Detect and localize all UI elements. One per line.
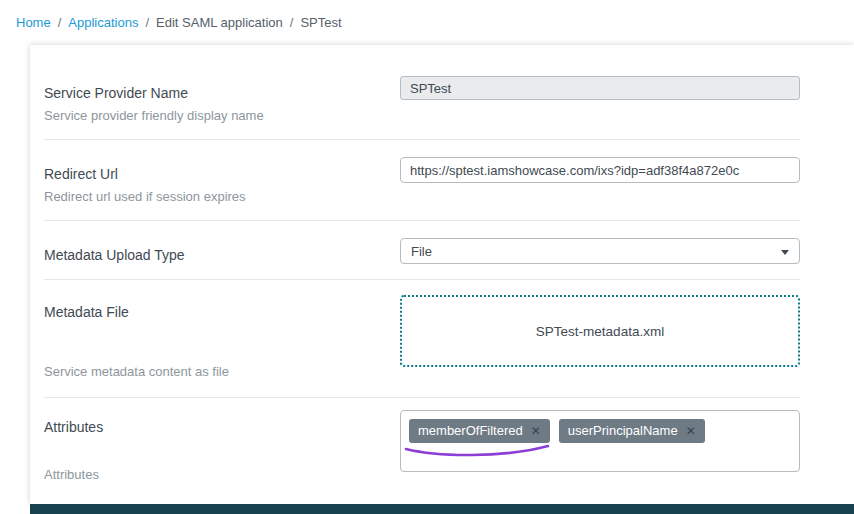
breadcrumb-separator: / [58, 15, 62, 30]
redirect-url-label: Redirect Url [44, 166, 400, 182]
breadcrumb-applications-link[interactable]: Applications [68, 15, 138, 30]
remove-chip-icon[interactable]: ✕ [686, 425, 696, 437]
attributes-label: Attributes [44, 419, 400, 435]
breadcrumb-current-page: SPTest [300, 15, 341, 30]
purple-underline-annotation [403, 443, 553, 459]
metadata-file-label: Metadata File [44, 304, 400, 320]
breadcrumb-edit-saml-application: Edit SAML application [156, 15, 283, 30]
redirect-url-helper: Redirect url used if session expires [44, 189, 400, 204]
breadcrumb-separator: / [145, 15, 149, 30]
service-provider-name-label: Service Provider Name [44, 85, 400, 101]
chevron-down-icon [781, 250, 789, 255]
metadata-upload-type-select[interactable]: File [400, 238, 800, 264]
breadcrumb: Home/Applications/Edit SAML application/… [0, 0, 854, 30]
metadata-file-dropzone[interactable]: SPTest-metadata.xml [400, 295, 800, 367]
breadcrumb-separator: / [290, 15, 294, 30]
redirect-url-input[interactable] [400, 157, 800, 183]
metadata-file-filename: SPTest-metadata.xml [536, 324, 664, 339]
attributes-input-box[interactable]: memberOfFiltered ✕ userPrincipalName ✕ [400, 410, 800, 472]
edit-saml-application-form: Service Provider Name Service provider f… [30, 45, 854, 504]
metadata-upload-type-label: Metadata Upload Type [44, 247, 400, 263]
form-row-attributes: Attributes Attributes memberOfFiltered ✕… [44, 398, 800, 504]
form-row-metadata-file: Metadata File Service metadata content a… [44, 280, 800, 398]
attribute-chips: memberOfFiltered ✕ userPrincipalName ✕ [409, 419, 791, 443]
footer-bar [30, 504, 854, 514]
form-row-redirect-url: Redirect Url Redirect url used if sessio… [44, 140, 800, 221]
form-row-service-provider-name: Service Provider Name Service provider f… [44, 45, 800, 140]
metadata-upload-type-selected-value: File [411, 244, 432, 259]
attribute-chip-userprincipalname: userPrincipalName ✕ [559, 419, 705, 443]
form-row-metadata-upload-type: Metadata Upload Type File [44, 221, 800, 280]
attribute-chip-label: memberOfFiltered [418, 423, 523, 438]
service-provider-name-helper: Service provider friendly display name [44, 108, 400, 123]
service-provider-name-input[interactable] [400, 76, 800, 100]
metadata-file-helper: Service metadata content as file [44, 364, 400, 379]
attribute-chip-label: userPrincipalName [568, 423, 678, 438]
remove-chip-icon[interactable]: ✕ [531, 425, 541, 437]
breadcrumb-home-link[interactable]: Home [16, 15, 51, 30]
attributes-helper: Attributes [44, 467, 400, 482]
attribute-chip-memberoffiltered: memberOfFiltered ✕ [409, 419, 550, 443]
